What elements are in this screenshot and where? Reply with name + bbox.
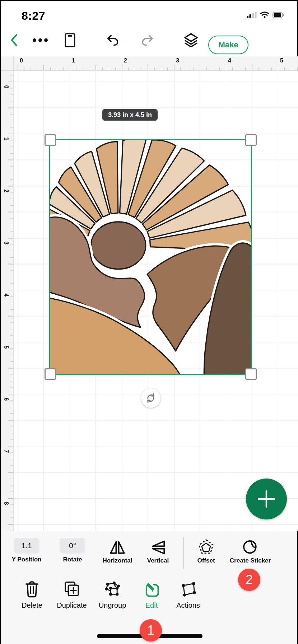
layers-icon (183, 33, 199, 48)
ruler-h-label: 4 (228, 57, 231, 64)
ruler-h-label: 3 (176, 57, 179, 64)
offset-icon (197, 538, 215, 556)
ruler-h-label: 0 (20, 57, 23, 64)
delete-button[interactable]: Delete (12, 580, 52, 610)
ungroup-icon (104, 580, 121, 598)
ruler-h-label: 5 (280, 57, 283, 64)
save-button[interactable] (60, 29, 80, 52)
flip-horizontal-icon (109, 539, 126, 556)
sticker-icon (242, 538, 259, 556)
ruler-v-label: 2 (3, 187, 9, 195)
ruler-v-label: 4 (3, 291, 9, 299)
resize-handle-top-right[interactable] (245, 134, 257, 146)
rotate-value[interactable]: 0° (60, 538, 85, 554)
wifi-icon (260, 11, 269, 18)
resize-handle-bottom-left[interactable] (45, 368, 56, 380)
resize-handle-bottom-right[interactable] (245, 368, 257, 380)
selection-size-label: 3.93 in x 4.5 in (102, 109, 158, 121)
create-sticker-button[interactable]: Create Sticker (225, 538, 275, 564)
undo-button[interactable] (103, 29, 123, 52)
status-bar: 8:27 (1, 1, 297, 26)
resize-handle-top-left[interactable] (45, 134, 56, 146)
flip-vertical-button[interactable]: Vertical (136, 538, 180, 564)
chevron-left-icon (9, 33, 20, 47)
app-frame: 8:27 (0, 0, 298, 644)
ruler-v-label: 7 (3, 447, 9, 455)
y-position-control[interactable]: 1.1 Y Position (5, 538, 48, 563)
make-button[interactable]: Make (208, 36, 248, 54)
clock: 8:27 (22, 9, 45, 23)
top-toolbar: Make (1, 26, 297, 56)
toolbar-divider (183, 537, 184, 569)
battery-icon (273, 12, 284, 18)
ruler-v-label: 1 (3, 135, 9, 143)
rotate-handle[interactable] (141, 388, 160, 408)
layers-button[interactable] (181, 29, 201, 52)
ruler-h-label: 1 (72, 57, 75, 64)
edit-button[interactable]: Edit (132, 580, 171, 610)
ruler-v-label: 6 (3, 395, 9, 403)
step-badge-1: 1 (140, 619, 162, 641)
plus-icon (256, 489, 277, 509)
ungroup-button[interactable]: Ungroup (93, 580, 132, 610)
bottom-panel: 1.1 Y Position 0° Rotate Horizontal (1, 531, 297, 644)
duplicate-button[interactable]: Duplicate (52, 580, 92, 610)
ruler-v-label: 5 (3, 343, 9, 351)
ruler-v-label: 0 (3, 83, 9, 91)
ruler-v-label: 8 (3, 499, 9, 507)
ruler-h-label: 2 (124, 57, 127, 64)
more-options-button[interactable] (30, 29, 50, 52)
add-button[interactable] (246, 479, 287, 519)
duplicate-icon (64, 580, 80, 598)
redo-button[interactable] (138, 29, 158, 52)
offset-button[interactable]: Offset (185, 538, 228, 564)
selection-box[interactable] (49, 139, 252, 375)
trash-icon (24, 580, 40, 598)
rotate-icon (145, 392, 157, 404)
cellular-signal-icon (247, 12, 257, 18)
actions-button[interactable]: Actions (168, 580, 208, 610)
redo-icon (141, 33, 154, 47)
undo-icon (106, 33, 120, 47)
edit-pencil-icon (143, 580, 160, 598)
y-position-value[interactable]: 1.1 (14, 538, 39, 554)
horizontal-ruler: 012345 (14, 56, 298, 71)
ruler-v-label: 3 (3, 239, 9, 247)
flip-vertical-icon (149, 539, 167, 556)
actions-icon (179, 580, 197, 598)
flip-horizontal-button[interactable]: Horizontal (96, 538, 139, 564)
back-button[interactable] (4, 29, 24, 52)
save-icon (64, 33, 76, 48)
ruler-corner (1, 56, 14, 71)
step-badge-2: 2 (238, 569, 260, 591)
vertical-ruler: 012345678 (1, 71, 14, 531)
ellipsis-icon (32, 38, 48, 42)
rotate-control[interactable]: 0° Rotate (51, 538, 94, 563)
